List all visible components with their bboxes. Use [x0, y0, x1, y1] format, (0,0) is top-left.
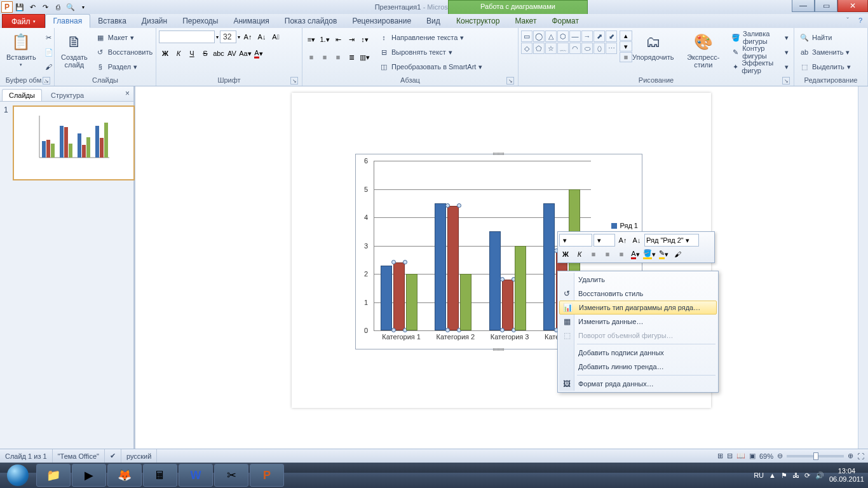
font-color-button[interactable]: A▾ [252, 47, 265, 60]
justify-button[interactable]: ≣ [345, 51, 358, 64]
undo-icon[interactable]: ↶ [27, 1, 38, 13]
view-sorter-icon[interactable]: ⊟ [727, 452, 733, 460]
tray-action-icon[interactable]: ⚑ [781, 471, 787, 480]
align-right-button[interactable]: ≡ [332, 51, 344, 64]
tray-update-icon[interactable]: ⟳ [804, 471, 810, 480]
mini-align-left-button[interactable]: ≡ [587, 248, 600, 261]
outdent-button[interactable]: ⇤ [332, 33, 344, 46]
taskbar-firefox[interactable]: 🦊 [107, 464, 142, 487]
ctx-data-labels[interactable]: Добавить подписи данных [559, 346, 717, 360]
taskbar-calc[interactable]: 🖩 [143, 464, 177, 487]
italic-button[interactable]: К [172, 47, 185, 60]
close-button[interactable]: ✕ [837, 0, 868, 12]
print-icon[interactable]: ⎙ [52, 1, 64, 13]
strike-button[interactable]: S [199, 47, 212, 60]
smartart-button[interactable]: ◫Преобразовать в SmartArt ▾ [376, 60, 485, 74]
taskbar-word[interactable]: W [179, 464, 213, 487]
shrink-font-icon[interactable]: A↓ [255, 30, 268, 43]
maximize-button[interactable]: ▭ [815, 0, 837, 12]
slide-editor[interactable]: 0123456Категория 1Категория 2Категория 3… [135, 86, 868, 463]
panel-tab-slides[interactable]: Слайды [2, 89, 42, 101]
mini-font-color-button[interactable]: A▾ [629, 248, 642, 261]
panel-tab-outline[interactable]: Структура [44, 89, 91, 101]
align-center-button[interactable]: ≡ [318, 51, 331, 64]
case-button[interactable]: Aa▾ [239, 47, 252, 60]
find-button[interactable]: 🔍Найти [797, 30, 853, 44]
shadow-button[interactable]: abc [212, 47, 225, 60]
tab-animations[interactable]: Анимация [226, 14, 276, 28]
view-normal-icon[interactable]: ⊞ [717, 452, 723, 460]
vertical-scrollbar[interactable] [858, 86, 868, 463]
taskbar-snip[interactable]: ✂ [214, 464, 248, 487]
tab-view[interactable]: Вид [419, 14, 448, 28]
underline-button[interactable]: Ч [186, 47, 198, 60]
tab-chart-design[interactable]: Конструктор [449, 14, 507, 28]
taskbar-explorer[interactable]: 📁 [36, 464, 71, 487]
mini-bold-button[interactable]: Ж [559, 248, 572, 261]
shape-effects-button[interactable]: ✦Эффекты фигур ▾ [729, 60, 791, 74]
align-left-button[interactable]: ≡ [305, 51, 318, 64]
mini-grow-font-icon[interactable]: A↑ [616, 234, 629, 247]
taskbar-media[interactable]: ▶ [72, 464, 106, 487]
grow-font-icon[interactable]: A↑ [241, 30, 254, 43]
linespacing-button[interactable]: ↕▾ [358, 33, 371, 46]
fit-to-window-icon[interactable]: ⛶ [857, 452, 864, 460]
shape-outline-button[interactable]: ✎Контур фигуры ▾ [729, 45, 791, 59]
bold-button[interactable]: Ж [159, 47, 172, 60]
ribbon-minimize-icon[interactable]: ˇ [843, 15, 853, 25]
reset-button[interactable]: ↺Восстановить [93, 45, 155, 59]
view-reading-icon[interactable]: 📖 [736, 452, 745, 460]
tab-chart-layout[interactable]: Макет [507, 14, 544, 28]
ctx-trendline[interactable]: Добавить линию тренда… [559, 360, 717, 374]
section-button[interactable]: §Раздел ▾ [93, 60, 155, 74]
taskbar-powerpoint[interactable]: P [250, 464, 284, 487]
zoom-slider[interactable] [787, 455, 844, 458]
help-icon[interactable]: ? [855, 15, 865, 25]
view-slideshow-icon[interactable]: ▣ [749, 452, 756, 460]
numbering-button[interactable]: 1.▾ [318, 33, 331, 46]
tray-network-icon[interactable]: 🖧 [792, 471, 799, 479]
paste-button[interactable]: 📋Вставить▾ [3, 30, 40, 69]
ctx-change-chart-type[interactable]: 📊Изменить тип диаграммы для ряда… [559, 301, 717, 315]
mini-font-combo[interactable]: ▾ [559, 234, 592, 247]
zoom-in-button[interactable]: ⊕ [848, 452, 853, 460]
file-tab[interactable]: Файл [2, 14, 45, 28]
minimize-button[interactable]: — [792, 0, 815, 12]
tray-lang[interactable]: RU [754, 471, 764, 479]
start-button[interactable] [0, 463, 36, 488]
clear-format-icon[interactable]: A⃠ [269, 30, 282, 43]
ctx-format-series[interactable]: 🖼Формат ряда данных… [559, 377, 717, 391]
qat-more-icon[interactable]: ▾ [78, 1, 89, 13]
tray-clock[interactable]: 13:0406.09.2011 [829, 467, 864, 483]
spacing-button[interactable]: AV [226, 47, 238, 60]
dialog-launcher-icon[interactable]: ↘ [782, 77, 790, 85]
preview-icon[interactable]: 🔍 [65, 1, 76, 13]
text-direction-button[interactable]: ↕Направление текста ▾ [376, 30, 485, 44]
new-slide-button[interactable]: 🗎Создать слайд [57, 30, 92, 70]
mini-size-combo[interactable]: ▾ [593, 234, 615, 247]
tray-volume-icon[interactable]: 🔊 [815, 471, 824, 480]
mini-format-painter-icon[interactable]: 🖌 [671, 248, 684, 261]
mini-outline-button[interactable]: ✎▾ [657, 248, 670, 261]
ctx-reset-style[interactable]: ↺Восстановить стиль [559, 287, 717, 301]
quick-styles-button[interactable]: 🎨Экспресс-стили [679, 30, 728, 70]
status-language[interactable]: русский [121, 449, 157, 463]
dialog-launcher-icon[interactable]: ↘ [43, 77, 50, 85]
tab-insert[interactable]: Вставка [90, 14, 134, 28]
indent-button[interactable]: ⇥ [345, 33, 358, 46]
layout-button[interactable]: ▦Макет ▾ [93, 30, 155, 44]
tab-home[interactable]: Главная [45, 14, 91, 28]
ctx-edit-data[interactable]: ▦Изменить данные… [559, 315, 717, 329]
panel-close-icon[interactable]: × [125, 89, 130, 98]
replace-button[interactable]: abЗаменить ▾ [797, 45, 853, 59]
zoom-out-button[interactable]: ⊖ [777, 452, 783, 460]
dialog-launcher-icon[interactable]: ↘ [506, 77, 514, 85]
select-button[interactable]: ⬚Выделить ▾ [797, 60, 853, 74]
align-text-button[interactable]: ⊟Выровнять текст ▾ [376, 45, 485, 59]
shapes-gallery[interactable]: ▭◯△⬡—→⬈⬋ ◇⬠☆﹏◠⬭⬯⋯ [521, 30, 617, 54]
redo-icon[interactable]: ↷ [39, 1, 51, 13]
bullets-button[interactable]: ≡▾ [305, 33, 318, 46]
tab-chart-format[interactable]: Формат [544, 14, 587, 28]
font-name-combo[interactable] [159, 30, 215, 43]
font-size-combo[interactable]: 32 [220, 30, 236, 43]
